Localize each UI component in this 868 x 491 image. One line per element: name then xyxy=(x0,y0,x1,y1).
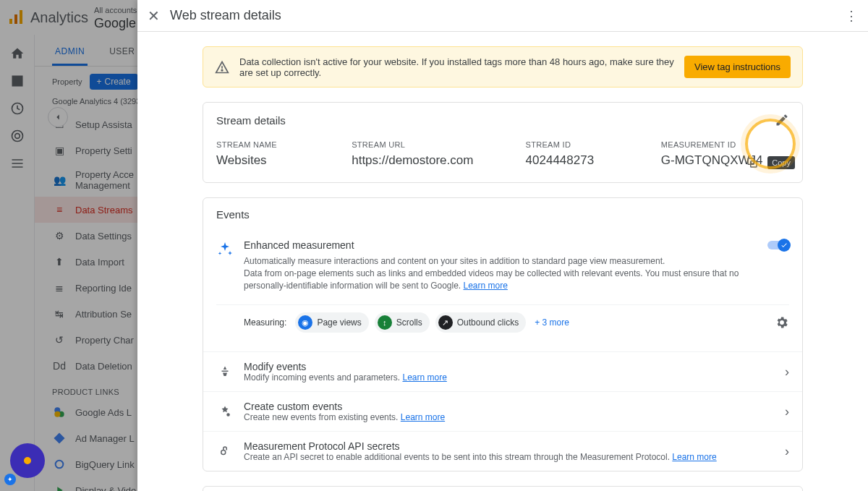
event-row-measurement-protocol-api-secrets[interactable]: Measurement Protocol API secretsCreate a… xyxy=(203,431,802,471)
chevron-right-icon: › xyxy=(785,364,789,380)
measurement-id-label: MEASUREMENT ID xyxy=(661,140,789,149)
more-chips-link[interactable]: + 3 more xyxy=(535,317,569,328)
close-icon[interactable]: ✕ xyxy=(148,7,160,25)
copy-measurement-id-button[interactable] xyxy=(741,152,763,174)
help-fab[interactable] xyxy=(10,443,45,478)
google-tag-card: Google tag Configure tag settingsConfigu… xyxy=(203,486,803,491)
row-title: Measurement Protocol API secrets xyxy=(244,440,775,452)
learn-more-link[interactable]: Learn more xyxy=(672,452,716,462)
row-desc: Create an API secret to enable additiona… xyxy=(244,452,775,462)
learn-more-link[interactable]: Learn more xyxy=(401,412,445,422)
measuring-label: Measuring: xyxy=(244,317,286,328)
row-desc: Modify incoming events and parameters. L… xyxy=(244,372,775,383)
stream-details-header: Stream details xyxy=(216,114,286,127)
enhanced-measurement-desc1: Automatically measure interactions and c… xyxy=(244,256,665,266)
warning-icon xyxy=(215,60,229,74)
more-menu-icon[interactable]: ⋮ xyxy=(845,8,858,24)
row-icon xyxy=(216,363,234,380)
learn-more-link[interactable]: Learn more xyxy=(464,281,508,291)
row-title: Modify events xyxy=(244,361,775,372)
svg-point-16 xyxy=(221,451,226,455)
stream-url-value: https://demostore.com xyxy=(352,153,518,168)
chevron-right-icon: › xyxy=(785,404,789,419)
learn-more-link[interactable]: Learn more xyxy=(402,372,446,383)
enhanced-measurement-title: Enhanced measurement xyxy=(244,239,757,251)
row-desc: Create new events from existing events. … xyxy=(244,412,775,422)
web-stream-details-panel: ✕ Web stream details ⋮ Data collection i… xyxy=(137,0,868,491)
event-row-create-custom-events[interactable]: Create custom eventsCreate new events fr… xyxy=(203,391,802,431)
chip-page-views: ◉Page views xyxy=(295,312,368,333)
warning-text: Data collection isn't active for your we… xyxy=(239,56,674,78)
chip-outbound-clicks: ↗Outbound clicks xyxy=(435,312,526,333)
event-row-modify-events[interactable]: Modify eventsModify incoming events and … xyxy=(203,351,802,391)
view-tag-instructions-button[interactable]: View tag instructions xyxy=(684,56,791,78)
panel-title: Web stream details xyxy=(170,8,845,23)
chip-scrolls: ↕Scrolls xyxy=(375,312,430,333)
edit-icon[interactable] xyxy=(775,113,789,127)
stream-details-card: Stream details STREAM NAME Websites STRE… xyxy=(203,102,803,183)
copy-tooltip: Copy xyxy=(767,156,795,169)
svg-point-12 xyxy=(221,69,223,71)
row-icon xyxy=(216,443,234,460)
stream-name-value: Websites xyxy=(216,153,344,168)
stream-id-label: STREAM ID xyxy=(526,140,654,149)
stream-id-value: 4024448273 xyxy=(526,153,654,168)
stream-name-label: STREAM NAME xyxy=(216,140,344,149)
enhanced-measurement-toggle[interactable] xyxy=(767,239,789,251)
events-header: Events xyxy=(216,208,250,221)
events-card: Events Enhanced measurement Automaticall… xyxy=(203,197,803,471)
warning-bar: Data collection isn't active for your we… xyxy=(203,46,803,87)
sparkle-icon xyxy=(216,241,234,258)
svg-point-15 xyxy=(226,414,230,417)
row-title: Create custom events xyxy=(244,401,775,412)
gear-icon[interactable] xyxy=(775,315,789,330)
stream-url-label: STREAM URL xyxy=(352,140,518,149)
fab-badge-icon: ✦ xyxy=(4,474,16,485)
row-icon xyxy=(216,403,234,420)
chevron-right-icon: › xyxy=(785,444,789,459)
